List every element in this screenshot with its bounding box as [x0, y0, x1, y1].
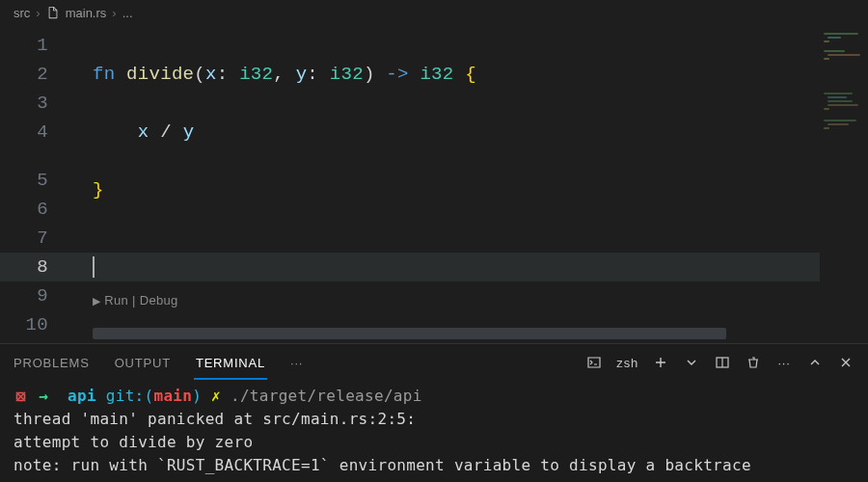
terminal-line: note: run with `RUST_BACKTRACE=1` enviro…: [14, 454, 854, 477]
prompt-branch: main: [153, 387, 192, 405]
prompt-git-prefix: git:(: [106, 387, 154, 405]
prompt-repo: api: [68, 387, 96, 405]
terminal-line: thread 'main' panicked at src/main.rs:2:…: [14, 408, 854, 431]
breadcrumb-tail[interactable]: ...: [122, 6, 133, 20]
minimap[interactable]: [820, 25, 868, 334]
bottom-panel: PROBLEMS OUTPUT TERMINAL ··· zsh ··· ⦻ →…: [0, 343, 868, 482]
line-number: 10: [0, 310, 48, 339]
tab-terminal[interactable]: TERMINAL: [196, 356, 265, 370]
terminal-command: ./target/release/api: [231, 387, 422, 405]
trash-icon[interactable]: [745, 354, 762, 371]
file-icon: [46, 6, 60, 19]
chevron-right-icon: ›: [36, 6, 40, 20]
more-actions-icon[interactable]: ···: [775, 354, 793, 371]
code-editor[interactable]: 1 2 3 4 5 6 7 8 9 10 fn divide(x: i32, y…: [0, 25, 868, 343]
maximize-panel-icon[interactable]: [806, 354, 824, 371]
terminal-output[interactable]: ⦻ → api git:(main) ✗ ./target/release/ap…: [0, 381, 868, 477]
prompt-git-suffix: ): [192, 387, 202, 405]
line-number: 9: [0, 281, 48, 310]
tab-output[interactable]: OUTPUT: [115, 356, 171, 370]
prompt-arrow: →: [39, 387, 48, 405]
terminal-shell-name[interactable]: zsh: [616, 356, 638, 370]
line-number: 7: [0, 224, 48, 253]
scrollbar-thumb[interactable]: [93, 328, 726, 339]
code-line[interactable]: [93, 233, 829, 262]
panel-tab-bar: PROBLEMS OUTPUT TERMINAL ··· zsh ···: [0, 344, 868, 381]
tab-problems[interactable]: PROBLEMS: [14, 356, 90, 370]
line-number: 8: [0, 253, 48, 281]
codelens-sep: |: [132, 291, 136, 310]
code-line[interactable]: }: [93, 175, 829, 204]
new-terminal-icon[interactable]: [652, 354, 669, 371]
error-badge-icon: ⦻: [14, 387, 29, 405]
line-number: 5: [0, 166, 48, 195]
chevron-right-icon: ›: [112, 6, 116, 20]
line-number-gutter: 1 2 3 4 5 6 7 8 9 10: [0, 31, 62, 339]
line-number: 1: [0, 31, 48, 60]
play-icon: ▶: [93, 291, 100, 310]
chevron-down-icon[interactable]: [683, 354, 700, 371]
line-number: 6: [0, 195, 48, 224]
split-terminal-icon[interactable]: [714, 354, 731, 371]
terminal-line: attempt to divide by zero: [14, 431, 854, 454]
code-line[interactable]: fn divide(x: i32, y: i32) -> i32 {: [93, 60, 829, 89]
tab-overflow-icon[interactable]: ···: [290, 356, 303, 370]
breadcrumb-root[interactable]: src: [14, 6, 30, 20]
terminal-profile-icon[interactable]: [585, 354, 603, 371]
codelens[interactable]: ▶Run | Debug: [93, 291, 829, 310]
breadcrumb[interactable]: src › main.rs › ...: [0, 0, 868, 25]
horizontal-scrollbar[interactable]: [93, 328, 829, 339]
codelens-run[interactable]: Run: [104, 291, 128, 310]
codelens-debug[interactable]: Debug: [140, 291, 178, 310]
prompt-dirty-icon: ✗: [211, 387, 221, 405]
terminal-line: ⦻ → api git:(main) ✗ ./target/release/ap…: [14, 385, 854, 408]
line-number: 2: [0, 60, 48, 89]
line-number: 4: [0, 118, 48, 147]
close-panel-icon[interactable]: [837, 354, 854, 371]
code-line[interactable]: x / y: [93, 118, 829, 147]
line-number: 3: [0, 89, 48, 118]
breadcrumb-file[interactable]: main.rs: [66, 6, 107, 20]
